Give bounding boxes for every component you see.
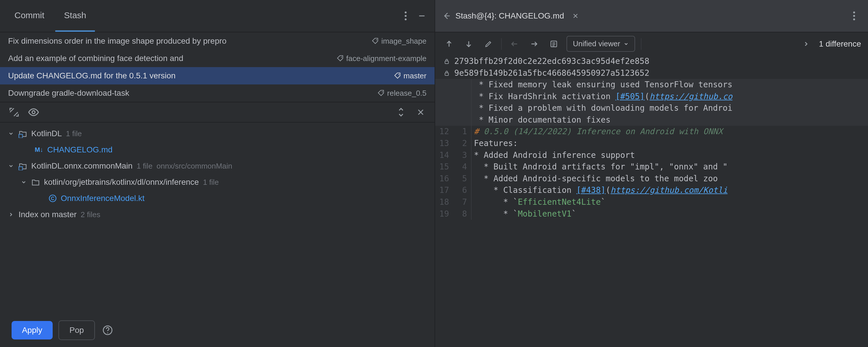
tabs-bar: Commit Stash (0, 0, 435, 32)
commit-hash: 2793bffb29f2d0c2e22edc693c3ac95d4ef2e858 (454, 56, 649, 66)
module-name: KotlinDL (31, 129, 62, 138)
stash-entry[interactable]: Downgrade gradle-download-task release_0… (0, 85, 435, 102)
diff-line: * Built Android artifacts for "impl", "o… (472, 161, 868, 173)
file-count: 1 file (203, 178, 219, 187)
stash-message: Fix dimensions order in the image shape … (8, 36, 367, 46)
stash-list: Fix dimensions order in the image shape … (0, 32, 435, 102)
stash-message: Downgrade gradle-download-task (8, 89, 373, 98)
file-count: 1 file (136, 162, 153, 170)
help-icon[interactable] (101, 323, 115, 337)
file-count: 2 files (81, 210, 100, 219)
pop-button[interactable]: Pop (58, 320, 95, 340)
diff-line: * Fix HardShrink activation [#505](https… (472, 91, 868, 103)
diff-line: * Added Android-specific models to the m… (472, 173, 868, 185)
hash-row-base: 2793bffb29f2d0c2e22edc693c3ac95d4ef2e858 (435, 55, 868, 67)
changed-files-tree: KotlinDL 1 file M↓ CHANGELOG.md KotlinDL… (0, 123, 435, 313)
expand-icon[interactable] (799, 37, 813, 51)
diff-tab-bar: Stash@{4}: CHANGELOG.md (435, 0, 868, 32)
tree-module[interactable]: KotlinDL 1 file (0, 126, 435, 142)
next-diff-icon[interactable] (462, 37, 476, 51)
file-tree-toolbar (0, 102, 435, 123)
expand-collapse-icon[interactable] (394, 105, 408, 119)
stash-panel: Commit Stash Fix dimensions order in the… (0, 0, 435, 347)
svg-point-4 (376, 39, 377, 40)
file-count: 1 file (66, 129, 82, 138)
diff-line: * `MobilenetV1` (472, 208, 868, 220)
svg-point-5 (341, 57, 342, 58)
file-name: CHANGELOG.md (47, 145, 113, 154)
diff-line: * Added Android inference support (472, 150, 868, 161)
svg-text:C: C (51, 196, 54, 201)
svg-point-1 (405, 15, 407, 17)
chevron-down-icon (8, 163, 14, 169)
edit-icon[interactable] (482, 37, 495, 51)
close-tab-icon[interactable] (568, 9, 582, 23)
diff-line: * Fixed a problem with downloading model… (472, 102, 868, 114)
tree-file[interactable]: C OnnxInferenceModel.kt (0, 190, 435, 207)
folder-icon (31, 178, 40, 187)
nav-back-icon (507, 37, 521, 51)
stash-message: Update CHANGELOG.md for the 0.5.1 versio… (8, 71, 389, 81)
back-arrow-icon[interactable] (442, 11, 451, 20)
stash-entry-selected[interactable]: Update CHANGELOG.md for the 0.5.1 versio… (0, 67, 435, 85)
more-icon[interactable] (847, 9, 861, 23)
module-path: onnx/src/commonMain (157, 162, 232, 170)
stash-entry[interactable]: Fix dimensions order in the image shape … (0, 32, 435, 50)
minimize-icon[interactable] (415, 9, 429, 23)
svg-point-20 (853, 15, 855, 17)
diff-line: * `EfficientNet4Lite` (472, 196, 868, 208)
tree-folder[interactable]: kotlin/org/jetbrains/kotlinx/dl/onnx/inf… (0, 174, 435, 190)
footer-actions: Apply Pop (0, 313, 435, 347)
tab-commit[interactable]: Commit (6, 0, 53, 32)
viewer-mode-select[interactable]: Unified viewer (566, 36, 635, 52)
tree-node[interactable]: Index on master 2 files (0, 207, 435, 223)
markdown-file-icon: M↓ (35, 146, 43, 154)
svg-rect-27 (445, 73, 448, 75)
more-icon[interactable] (399, 9, 412, 23)
diff-line: # 0.5.0 (14/12/2022) Inference on Androi… (472, 126, 868, 138)
chevron-down-icon (21, 179, 27, 185)
tab-stash[interactable]: Stash (55, 0, 95, 32)
prev-diff-icon[interactable] (442, 37, 456, 51)
commit-hash: 9e589fb149b261a5fbc4668645950927a5123652 (454, 68, 649, 78)
diff-line: * Classification [#438](https://github.c… (472, 185, 868, 196)
svg-rect-11 (19, 134, 23, 138)
branch-tag: master (394, 71, 427, 81)
eye-icon[interactable] (27, 105, 40, 119)
apply-button[interactable]: Apply (11, 321, 53, 340)
node-name: Index on master (19, 210, 77, 219)
svg-point-19 (853, 11, 855, 13)
chevron-down-icon (623, 41, 629, 46)
module-icon (19, 162, 27, 170)
folder-name: kotlin/org/jetbrains/kotlinx/dl/onnx/inf… (44, 178, 199, 187)
hash-row-target: 9e589fb149b261a5fbc4668645950927a5123652 (435, 67, 868, 79)
chevron-down-icon (8, 131, 14, 136)
svg-point-7 (382, 91, 383, 92)
module-name: KotlinDL.onnx.commonMain (31, 161, 132, 170)
diff-toolbar: Unified viewer 1 difference (435, 32, 868, 55)
group-icon[interactable] (7, 105, 21, 119)
diff-content[interactable]: * Fixed memory leak ensuring used Tensor… (435, 79, 868, 347)
diff-line: Features: (472, 138, 868, 150)
branch-tag: release_0.5 (377, 89, 427, 98)
close-icon[interactable] (414, 105, 428, 119)
difference-count: 1 difference (819, 39, 861, 49)
svg-point-16 (107, 333, 108, 334)
module-icon (19, 129, 27, 138)
diff-line: * Fixed memory leak ensuring used Tensor… (472, 79, 868, 91)
kotlin-class-icon: C (49, 194, 57, 202)
diff-line: * Minor documentation fixes (472, 114, 868, 126)
stash-entry[interactable]: Add an example of combining face detecti… (0, 50, 435, 67)
lock-icon (443, 70, 450, 76)
lock-icon (443, 58, 450, 65)
diff-panel: Stash@{4}: CHANGELOG.md Unified viewer 1… (435, 0, 868, 347)
svg-rect-12 (19, 167, 23, 170)
branch-tag: face-alignment-example (337, 54, 427, 63)
nav-forward-icon[interactable] (527, 37, 541, 51)
svg-point-21 (853, 19, 855, 21)
list-view-icon[interactable] (547, 37, 561, 51)
tree-file[interactable]: M↓ CHANGELOG.md (0, 142, 435, 158)
tree-module[interactable]: KotlinDL.onnx.commonMain 1 file onnx/src… (0, 158, 435, 174)
svg-point-0 (405, 11, 407, 13)
svg-point-8 (32, 111, 35, 114)
